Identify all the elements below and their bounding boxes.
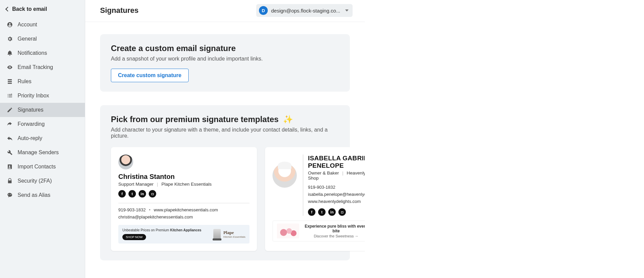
create-custom-signature-button[interactable]: Create custom signature [111, 69, 189, 82]
sidebar-item-label: Rules [18, 78, 31, 85]
sidebar-item-send-as-alias[interactable]: Send as Alias [0, 188, 85, 202]
template1-role: Support Manager [118, 182, 153, 187]
template1-brand-sub: Kitchen Essentials [223, 235, 245, 238]
template1-email: christina@plapekitchenessentials.com [118, 214, 249, 221]
instagram-icon: ◘ [338, 208, 346, 216]
pencil-icon [7, 107, 13, 113]
instagram-icon: ◘ [149, 190, 156, 198]
separator: | [342, 170, 343, 176]
blender-icon [213, 229, 221, 239]
wrench-icon [7, 149, 13, 156]
reply-icon [7, 135, 13, 141]
template1-brand: Plape [223, 230, 245, 235]
template2-avatar [272, 163, 297, 188]
template2-role-line: Owner & Baker | Heavenly Delights Bake S… [308, 170, 365, 181]
page-header: Signatures D design@ops.flock-staging.co… [85, 0, 365, 22]
divider [118, 203, 249, 203]
template2-banner-line1: Experience pure bliss with every bite [303, 224, 365, 233]
templates-panel-title: Pick from our premium signature template… [111, 115, 339, 124]
templates-panel-title-text: Pick from our premium signature template… [111, 115, 279, 124]
sidebar-item-manage-senders[interactable]: Manage Senders [0, 145, 85, 160]
sidebar-item-security-2fa[interactable]: Security (2FA) [0, 174, 85, 188]
back-to-email[interactable]: Back to email [0, 3, 85, 18]
sidebar-item-account[interactable]: Account [0, 18, 85, 32]
sidebar-item-forwarding[interactable]: Forwarding [0, 117, 85, 131]
sidebar-item-signatures[interactable]: Signatures [0, 103, 85, 117]
template2-contact-lines: 919-903-1832 isabella.penelope@heavenlyd… [308, 184, 365, 205]
sidebar-item-email-tracking[interactable]: Email Tracking [0, 60, 85, 74]
back-label: Back to email [12, 6, 47, 12]
account-email: design@ops.flock-staging.co... [271, 8, 340, 14]
linkedin-icon: in [328, 208, 336, 216]
sidebar-item-label: Send as Alias [18, 192, 50, 198]
signature-template-2[interactable]: ISABELLA GABRIELLE PENELOPE Owner & Bake… [265, 147, 365, 251]
template1-role-line: Support Manager | Plape Kitchen Essentia… [118, 182, 249, 187]
template2-top: ISABELLA GABRIELLE PENELOPE Owner & Bake… [272, 155, 365, 216]
twitter-icon: t [128, 190, 136, 198]
template1-website: www.plapekitchenessentials.com [154, 207, 218, 212]
template1-banner: Unbeatable Prices on Premium Kitchen App… [118, 225, 249, 244]
twitter-icon: t [318, 208, 326, 216]
bell-icon [7, 50, 13, 56]
rules-icon [7, 78, 13, 85]
linkedin-icon: in [139, 190, 146, 198]
sidebar-item-import-contacts[interactable]: Import Contacts [0, 160, 85, 174]
template1-social-row: f t in ◘ [118, 190, 249, 198]
sparkle-icon: ✨ [283, 115, 293, 124]
priority-icon [7, 93, 13, 99]
template2-banner-text: Experience pure bliss with every bite Di… [303, 224, 365, 238]
template1-name: Christina Stanton [118, 173, 249, 181]
custom-signature-panel: Create a custom email signature Add a sn… [100, 34, 350, 92]
mask-icon [7, 192, 13, 198]
premium-templates-panel: Pick from our premium signature template… [100, 105, 350, 260]
template2-name: ISABELLA GABRIELLE PENELOPE [308, 155, 365, 169]
sidebar-item-label: Auto-reply [18, 135, 42, 141]
chevron-down-icon [345, 9, 349, 11]
sidebar-item-label: General [18, 36, 37, 42]
sidebar-item-general[interactable]: General [0, 32, 85, 46]
sidebar-item-label: Priority Inbox [18, 93, 49, 99]
template2-banner: Experience pure bliss with every bite Di… [272, 221, 365, 241]
dot-separator: • [149, 207, 151, 212]
template1-brand-block: Plape Kitchen Essentials [223, 230, 245, 238]
avatar: D [259, 6, 268, 15]
sidebar-item-label: Manage Senders [18, 149, 59, 156]
separator: | [157, 182, 158, 187]
facebook-icon: f [308, 208, 315, 216]
facebook-icon: f [118, 190, 126, 198]
sidebar-item-notifications[interactable]: Notifications [0, 46, 85, 60]
eye-icon [7, 64, 13, 70]
template2-role: Owner & Baker [308, 170, 339, 176]
account-selector[interactable]: D design@ops.flock-staging.co... [256, 4, 353, 17]
sidebar-item-priority-inbox[interactable]: Priority Inbox [0, 89, 85, 103]
template2-email: isabella.penelope@heavenlydelights.com [308, 191, 365, 198]
template2-info: ISABELLA GABRIELLE PENELOPE Owner & Bake… [303, 155, 365, 216]
sidebar-item-rules[interactable]: Rules [0, 74, 85, 89]
template2-banner-line2: Discover the Sweetness → [303, 234, 365, 238]
chevron-left-icon [5, 7, 10, 11]
templates-row: Christina Stanton Support Manager | Plap… [111, 147, 339, 251]
sidebar-item-label: Forwarding [18, 121, 45, 127]
sidebar-item-label: Security (2FA) [18, 178, 52, 184]
template1-banner-text: Unbeatable Prices on Premium Kitchen App… [122, 228, 201, 232]
page-title: Signatures [100, 6, 139, 15]
sidebar-item-auto-reply[interactable]: Auto-reply [0, 131, 85, 145]
sidebar-item-label: Import Contacts [18, 164, 56, 170]
template1-banner-right: Plape Kitchen Essentials [213, 229, 245, 239]
template1-shop-now: SHOP NOW [122, 234, 146, 240]
templates-panel-subtitle: Add character to your signature with a t… [111, 127, 339, 139]
template1-banner-left: Unbeatable Prices on Premium Kitchen App… [122, 228, 201, 240]
template2-website: www.heavenlydelights.com [308, 198, 365, 205]
forward-icon [7, 121, 13, 127]
signature-template-1[interactable]: Christina Stanton Support Manager | Plap… [111, 147, 257, 251]
user-circle-icon [7, 22, 13, 28]
template1-phone: 919-903-1832 [118, 207, 146, 212]
cupcakes-icon [277, 224, 299, 238]
whitespace [365, 0, 644, 278]
sidebar-item-label: Account [18, 22, 37, 28]
template2-phone: 919-903-1832 [308, 184, 365, 191]
lock-icon [7, 178, 13, 184]
settings-sidebar: Back to email Account General Notificati… [0, 0, 85, 278]
sidebar-item-label: Email Tracking [18, 64, 53, 70]
sidebar-item-label: Signatures [18, 107, 44, 113]
